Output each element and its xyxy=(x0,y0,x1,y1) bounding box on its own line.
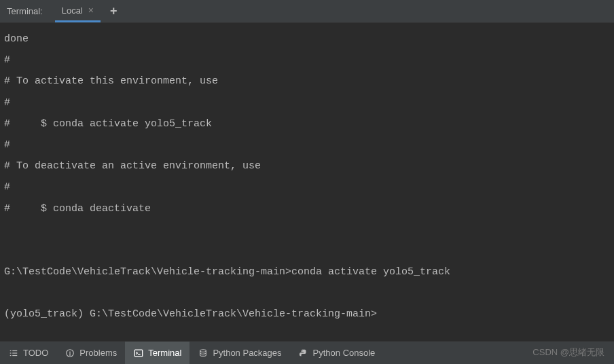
terminal-output[interactable]: done # # To activate this environment, u… xyxy=(0,23,614,341)
problems-label: Problems xyxy=(79,348,117,358)
problems-tab[interactable]: Problems xyxy=(56,342,125,364)
terminal-tab[interactable]: Terminal xyxy=(125,342,189,364)
tab-label: Local xyxy=(62,5,83,16)
python-packages-tab[interactable]: Python Packages xyxy=(189,342,289,364)
python-console-label: Python Console xyxy=(313,348,376,358)
terminal-line: done xyxy=(4,33,29,45)
terminal-line: # $ conda activate yolo5_track xyxy=(4,118,212,130)
terminal-line: # xyxy=(4,54,10,66)
scrollbar[interactable] xyxy=(606,24,613,341)
plus-icon: + xyxy=(110,4,118,18)
terminal-line: # To deactivate an active environment, u… xyxy=(4,160,261,172)
python-packages-icon xyxy=(198,348,209,359)
terminal-line: (yolo5_track) G:\TestCode\VehicleTrack\V… xyxy=(4,308,377,320)
todo-icon xyxy=(8,348,19,359)
terminal-icon xyxy=(133,348,144,359)
terminal-line: # xyxy=(4,97,10,109)
terminal-line: # xyxy=(4,139,10,151)
todo-tab[interactable]: TODO xyxy=(0,342,56,364)
problems-icon xyxy=(65,348,75,359)
terminal-line: # $ conda deactivate xyxy=(4,203,151,215)
svg-rect-9 xyxy=(135,350,143,357)
tab-local[interactable]: Local × xyxy=(55,0,101,22)
add-tab-button[interactable]: + xyxy=(110,4,118,18)
todo-label: TODO xyxy=(23,348,48,358)
terminal-line: # To activate this environment, use xyxy=(4,75,218,87)
close-icon[interactable]: × xyxy=(88,5,94,16)
python-packages-label: Python Packages xyxy=(213,348,281,358)
terminal-tab-label: Terminal xyxy=(148,348,181,358)
terminal-line: G:\TestCode\VehicleTrack\Vehicle-trackin… xyxy=(4,266,450,278)
terminal-header: Terminal: Local × + xyxy=(0,0,614,23)
terminal-title: Terminal: xyxy=(7,6,43,16)
bottom-toolbar: TODO Problems Terminal xyxy=(0,341,614,364)
terminal-line: # xyxy=(4,181,10,193)
svg-point-8 xyxy=(70,354,71,355)
python-console-icon xyxy=(298,348,309,359)
python-console-tab[interactable]: Python Console xyxy=(290,342,384,364)
svg-point-11 xyxy=(200,349,206,352)
